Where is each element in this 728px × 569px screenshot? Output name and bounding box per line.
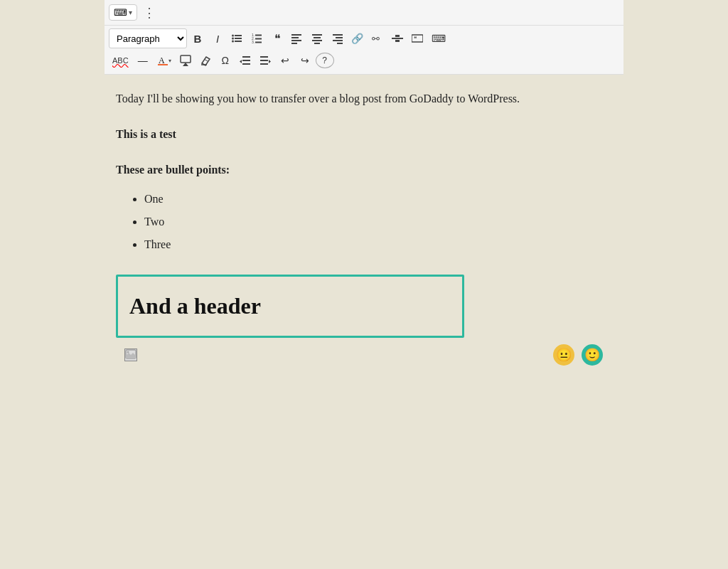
image-placeholder-icon [124,349,137,361]
svg-point-2 [232,38,234,40]
svg-text:❝: ❝ [414,36,417,42]
toolbar-row-1: Paragraph Heading 1 Heading 2 Heading 3 … [109,28,619,48]
keyboard-icon: ⌨ [114,7,127,18]
more-icon: ⋮ [143,6,156,20]
svg-point-0 [232,35,234,37]
svg-point-4 [232,41,234,43]
svg-rect-31 [158,64,168,65]
font-color-icon: A [157,55,168,66]
bottom-right: 😐 🙂 [552,344,604,366]
svg-rect-16 [312,34,322,36]
indent-icon [259,55,271,66]
svg-rect-23 [337,43,343,44]
link-button[interactable]: 🔗 [348,29,367,48]
insert-icon [180,55,191,66]
italic-button[interactable]: I [208,29,227,48]
eraser-icon [200,55,211,66]
top-bar: ⌨ ▾ ⋮ [105,0,623,26]
svg-rect-3 [235,38,242,39]
svg-rect-14 [291,40,301,41]
bullet-heading: These are bullet points: [116,161,612,179]
list-item: Three [144,235,612,254]
svg-rect-5 [235,41,242,42]
header-block-text: And a header [129,293,261,319]
sub-heading: This is a test [116,125,612,144]
svg-marker-47 [126,353,136,358]
unlink-icon: ⚯ [372,33,383,44]
align-center-button[interactable] [308,29,326,48]
unlink-button[interactable]: ⚯ [368,29,387,48]
svg-rect-42 [260,56,268,58]
editor-content: Today I'll be showing you how to transfe… [116,89,612,338]
smile-emoji-button[interactable]: 🙂 [581,344,604,366]
svg-rect-1 [235,35,242,36]
svg-rect-22 [333,40,343,41]
list-item: Two [144,213,612,231]
keyboard-toolbar-button[interactable]: ⌨ [428,29,449,48]
font-color-button[interactable]: A ▾ [154,51,175,70]
keyboard-button[interactable]: ⌨ ▾ [109,4,137,21]
chevron-down-icon: ▾ [129,9,132,16]
svg-rect-11 [255,42,262,43]
svg-rect-17 [314,37,321,38]
neutral-emoji-icon: 😐 [553,344,574,366]
bottom-bar: 😐 🙂 [116,338,612,372]
svg-rect-19 [314,43,320,44]
outdent-button[interactable] [236,51,255,70]
eraser-button[interactable] [196,51,215,70]
bullet-list-icon [232,33,243,44]
undo-button[interactable]: ↩ [276,51,294,70]
help-button[interactable]: ? [316,53,334,68]
insert-button[interactable] [176,51,195,70]
svg-rect-26 [395,35,400,37]
svg-text:3.: 3. [252,40,255,44]
align-left-button[interactable] [288,29,306,48]
svg-text:A: A [159,55,165,65]
svg-rect-9 [255,38,262,40]
custom-quote-button[interactable]: ❝ [408,29,427,48]
color-chevron-icon: ▾ [168,58,171,64]
bottom-left [124,349,137,361]
neutral-emoji-button[interactable]: 😐 [552,344,575,366]
svg-marker-41 [240,60,242,63]
svg-rect-34 [181,55,191,63]
horizontal-rule-button[interactable] [388,29,407,48]
hr-icon [392,33,403,44]
svg-rect-7 [255,35,262,36]
outdent-icon [240,55,251,66]
special-chars-button[interactable]: Ω [216,51,235,70]
svg-rect-13 [291,37,299,38]
numbered-list-button[interactable]: 1. 2. 3. [248,29,267,48]
svg-rect-27 [395,40,400,42]
intro-paragraph: Today I'll be showing you how to transfe… [116,89,612,108]
numbered-list-icon: 1. 2. 3. [252,33,263,44]
toolbar-row-2: ABC — A ▾ [109,51,619,71]
blockquote-button[interactable]: ❝ [268,29,287,48]
list-item: One [144,190,612,208]
svg-rect-40 [242,63,250,65]
svg-rect-25 [392,38,403,39]
svg-rect-20 [333,34,343,36]
editor-area[interactable]: Today I'll be showing you how to transfe… [105,75,623,501]
bold-button[interactable]: B [188,29,207,48]
svg-rect-12 [291,34,301,36]
align-center-icon [311,33,323,44]
redo-button[interactable]: ↪ [296,51,314,70]
bullet-list: One Two Three [116,190,612,253]
smile-emoji-icon: 🙂 [582,344,603,366]
indent-button[interactable] [256,51,274,70]
emdash-button[interactable]: — [134,51,152,70]
svg-text:⚯: ⚯ [372,33,380,44]
custom-quote-icon: ❝ [412,33,423,44]
svg-rect-44 [260,63,268,65]
editor-wrapper: ⌨ ▾ ⋮ Paragraph Heading 1 Heading 2 Head… [105,0,623,501]
spellcheck-button[interactable]: ABC [109,51,132,70]
svg-rect-21 [336,37,343,38]
paragraph-format-select[interactable]: Paragraph Heading 1 Heading 2 Heading 3 … [109,28,187,48]
more-options-button[interactable]: ⋮ [140,4,159,22]
svg-rect-15 [291,43,297,44]
svg-rect-43 [260,60,268,61]
header-block-selected[interactable]: And a header [116,275,464,338]
align-right-button[interactable] [328,29,346,48]
bullet-list-button[interactable] [228,29,247,48]
